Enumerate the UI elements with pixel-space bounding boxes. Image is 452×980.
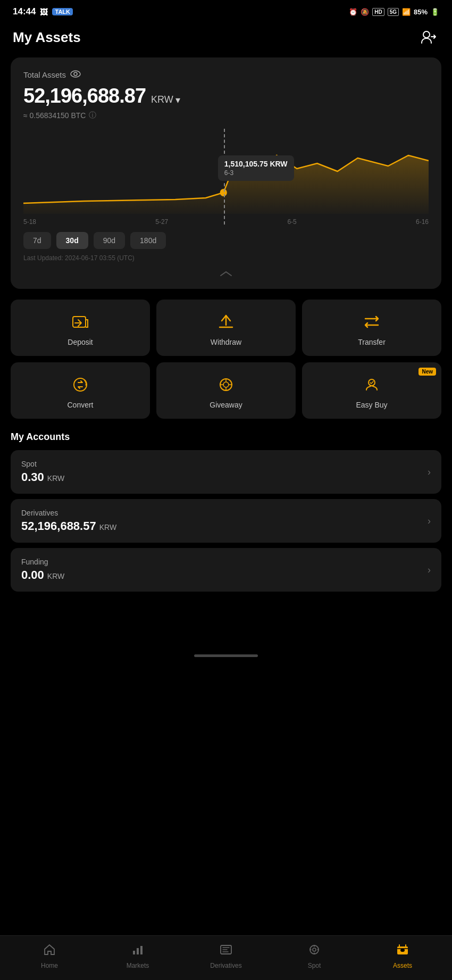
deposit-icon [70,311,91,333]
assets-value: 52,196,688.87 [23,85,146,107]
spot-value: 0.30 KRW [21,470,64,484]
x-label-2: 6-5 [287,218,296,226]
signal-icon: 📶 [402,8,411,16]
filter-90d[interactable]: 90d [94,232,125,249]
x-label-1: 5-27 [155,218,168,226]
giveaway-icon [215,374,237,395]
nav-derivatives[interactable]: Derivatives [182,943,270,969]
funding-label: Funding [21,558,64,566]
markets-nav-label: Markets [127,962,149,969]
action-grid: Deposit Withdraw Transfer [11,300,441,419]
assets-amount: 52,196,688.87 KRW ▾ [23,85,429,107]
convert-label: Convert [67,401,93,409]
x-label-3: 6-16 [416,218,429,226]
nav-home[interactable]: Home [5,943,94,969]
derivatives-value: 52,196,688.57 KRW [21,519,116,533]
withdraw-label: Withdraw [211,338,241,346]
derivatives-arrow: › [428,516,431,527]
spot-account-info: Spot 0.30 KRW [21,460,64,484]
status-right: ⏰ 🔕 HD 5G 📶 85% 🔋 [349,8,439,16]
derivatives-account-info: Derivatives 52,196,688.57 KRW [21,509,116,533]
tooltip-value: 1,510,105.75 KRW [224,160,288,168]
hd-icon: HD [372,8,384,16]
bottom-indicator [194,654,258,657]
funding-account-row[interactable]: Funding 0.00 KRW › [11,548,441,592]
svg-point-1 [71,71,80,77]
derivatives-nav-label: Derivatives [210,962,241,969]
x-label-0: 5-18 [23,218,36,226]
markets-icon [131,943,144,959]
funding-account-info: Funding 0.00 KRW [21,558,64,582]
dropdown-icon[interactable]: ▾ [175,94,180,106]
collapse-arrow[interactable] [23,269,429,280]
convert-icon [70,374,91,395]
mute-icon: 🔕 [361,8,369,16]
time-filters: 7d 30d 90d 180d [23,232,429,249]
profile-icon[interactable] [418,27,439,48]
filter-7d[interactable]: 7d [23,232,51,249]
my-accounts-title: My Accounts [11,431,441,443]
funding-arrow: › [428,564,431,576]
spot-nav-label: Spot [308,962,321,969]
derivatives-account-row[interactable]: Derivatives 52,196,688.57 KRW › [11,499,441,543]
svg-rect-10 [137,948,139,954]
giveaway-label: Giveaway [210,401,242,409]
svg-rect-11 [140,946,143,954]
status-left: 14:44 🖼 TALK [13,6,73,17]
assets-icon [396,943,409,959]
easybuy-button[interactable]: New Easy Buy [302,362,441,419]
withdraw-button[interactable]: Withdraw [156,300,296,356]
filter-180d[interactable]: 180d [130,232,166,249]
battery-label: 85% [414,8,428,16]
header: My Assets [0,21,452,57]
home-nav-label: Home [41,962,58,969]
home-icon [43,943,56,959]
spot-label: Spot [21,460,64,468]
svg-point-7 [223,382,229,387]
deposit-button[interactable]: Deposit [11,300,150,356]
assets-currency: KRW ▾ [151,94,180,106]
status-time: 14:44 [13,6,36,17]
derivatives-label: Derivatives [21,509,116,517]
chart-tooltip: 1,510,105.75 KRW 6-3 [218,155,294,181]
nav-markets[interactable]: Markets [94,943,182,969]
alarm-icon: ⏰ [349,8,357,16]
my-accounts-section: My Accounts Spot 0.30 KRW › Derivatives … [11,431,441,592]
battery-icon: 🔋 [431,8,439,16]
talk-icon: TALK [52,8,73,15]
nav-spot[interactable]: Spot [270,943,358,969]
derivatives-icon [220,943,232,959]
transfer-label: Transfer [358,338,386,346]
tooltip-date: 6-3 [224,169,288,177]
page-title: My Assets [13,29,81,46]
nav-assets[interactable]: Assets [358,943,447,969]
spot-arrow: › [428,467,431,478]
info-icon[interactable]: ⓘ [89,111,96,120]
photo-icon: 🖼 [40,7,48,16]
svg-point-2 [74,72,77,76]
easybuy-icon [361,374,382,395]
bottom-nav: Home Markets Derivatives S [0,935,452,980]
total-assets-label: Total Assets [23,70,429,79]
funding-value: 0.00 KRW [21,568,64,582]
withdraw-icon [215,311,237,333]
chart-x-labels: 5-18 5-27 6-5 6-16 [23,216,429,226]
svg-point-0 [423,31,430,38]
giveaway-button[interactable]: Giveaway [156,362,296,419]
svg-point-14 [313,948,316,951]
5g-icon: 5G [388,8,399,16]
spot-account-row[interactable]: Spot 0.30 KRW › [11,450,441,494]
transfer-button[interactable]: Transfer [302,300,441,356]
easybuy-label: Easy Buy [356,401,387,409]
deposit-label: Deposit [68,338,93,346]
filter-30d[interactable]: 30d [56,232,88,249]
eye-icon[interactable] [70,70,81,79]
new-badge: New [418,368,436,376]
svg-rect-9 [133,951,135,954]
last-updated: Last Updated: 2024-06-17 03:55 (UTC) [23,254,429,262]
assets-btc: ≈ 0.56834150 BTC ⓘ [23,111,429,120]
assets-nav-label: Assets [393,962,412,969]
convert-button[interactable]: Convert [11,362,150,419]
spot-icon [308,943,321,959]
transfer-icon [361,311,382,333]
